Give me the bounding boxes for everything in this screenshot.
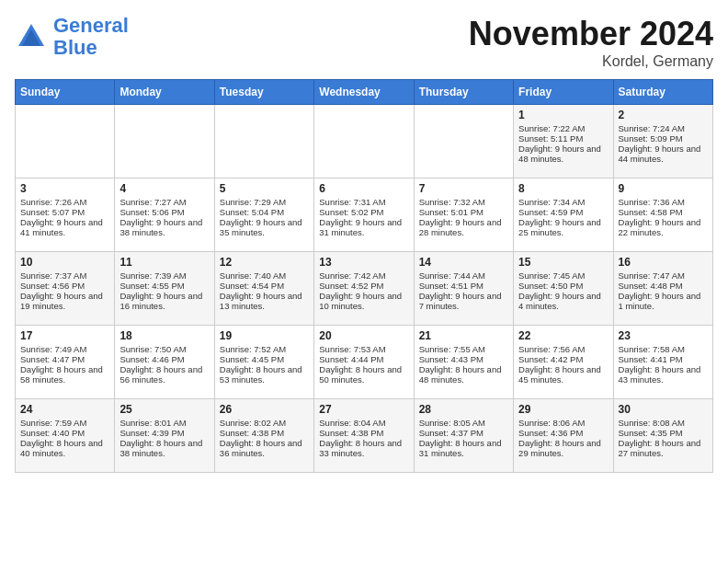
cell-text: Sunrise: 7:39 AM xyxy=(119,270,209,281)
cell-text: Sunrise: 7:47 AM xyxy=(619,270,708,281)
day-number: 28 xyxy=(419,403,508,416)
cell-text: Daylight: 8 hours and 33 minutes. xyxy=(319,438,408,458)
logo-text: General Blue xyxy=(53,15,129,59)
cell-text: Sunset: 5:11 PM xyxy=(518,133,608,144)
calendar-cell: 5Sunrise: 7:29 AMSunset: 5:04 PMDaylight… xyxy=(214,178,313,252)
calendar-cell: 22Sunrise: 7:56 AMSunset: 4:42 PMDayligh… xyxy=(514,326,613,399)
cell-text: Sunset: 4:44 PM xyxy=(319,354,408,364)
cell-text: Sunset: 4:58 PM xyxy=(619,207,708,217)
calendar-cell: 19Sunrise: 7:52 AMSunset: 4:45 PMDayligh… xyxy=(214,326,313,399)
cell-text: Sunset: 4:59 PM xyxy=(518,207,608,217)
day-number: 18 xyxy=(119,329,209,342)
calendar-cell: 27Sunrise: 8:04 AMSunset: 4:38 PMDayligh… xyxy=(314,399,414,473)
cell-text: Daylight: 9 hours and 4 minutes. xyxy=(518,291,608,311)
day-header-saturday: Saturday xyxy=(613,80,712,105)
cell-text: Sunset: 5:09 PM xyxy=(619,133,708,144)
cell-text: Sunrise: 7:50 AM xyxy=(119,344,209,354)
day-header-sunday: Sunday xyxy=(16,80,115,105)
day-number: 17 xyxy=(20,329,109,342)
logo-icon xyxy=(15,20,48,53)
calendar-week-2: 3Sunrise: 7:26 AMSunset: 5:07 PMDaylight… xyxy=(16,178,713,252)
calendar-cell: 21Sunrise: 7:55 AMSunset: 4:43 PMDayligh… xyxy=(414,326,513,399)
day-header-tuesday: Tuesday xyxy=(214,80,313,105)
cell-text: Sunset: 4:38 PM xyxy=(220,428,309,438)
day-number: 20 xyxy=(319,329,408,342)
calendar-cell: 20Sunrise: 7:53 AMSunset: 4:44 PMDayligh… xyxy=(314,326,414,399)
calendar-cell: 16Sunrise: 7:47 AMSunset: 4:48 PMDayligh… xyxy=(613,252,712,326)
cell-text: Sunset: 4:39 PM xyxy=(119,428,209,438)
cell-text: Daylight: 9 hours and 13 minutes. xyxy=(220,291,309,311)
calendar-cell: 15Sunrise: 7:45 AMSunset: 4:50 PMDayligh… xyxy=(514,252,613,326)
calendar-cell: 2Sunrise: 7:24 AMSunset: 5:09 PMDaylight… xyxy=(613,105,712,178)
day-number: 27 xyxy=(319,403,408,416)
cell-text: Sunrise: 8:06 AM xyxy=(518,418,608,428)
cell-text: Daylight: 8 hours and 29 minutes. xyxy=(518,438,608,458)
day-number: 15 xyxy=(518,256,608,269)
day-number: 5 xyxy=(220,182,309,195)
cell-text: Sunrise: 8:08 AM xyxy=(619,418,708,428)
calendar-cell: 28Sunrise: 8:05 AMSunset: 4:37 PMDayligh… xyxy=(414,399,513,473)
logo: General Blue xyxy=(15,15,129,59)
cell-text: Daylight: 8 hours and 31 minutes. xyxy=(419,438,508,458)
cell-text: Sunset: 4:46 PM xyxy=(119,354,209,364)
cell-text: Sunset: 4:50 PM xyxy=(518,281,608,291)
cell-text: Sunrise: 7:55 AM xyxy=(419,344,508,354)
cell-text: Sunrise: 7:58 AM xyxy=(619,344,708,354)
cell-text: Daylight: 9 hours and 28 minutes. xyxy=(419,217,508,237)
cell-text: Daylight: 9 hours and 16 minutes. xyxy=(119,291,209,311)
cell-text: Daylight: 9 hours and 1 minute. xyxy=(619,291,708,311)
calendar-week-4: 17Sunrise: 7:49 AMSunset: 4:47 PMDayligh… xyxy=(16,326,713,399)
cell-text: Sunrise: 7:59 AM xyxy=(20,418,109,428)
title-area: November 2024 Kordel, Germany xyxy=(469,15,713,70)
calendar-cell: 3Sunrise: 7:26 AMSunset: 5:07 PMDaylight… xyxy=(16,178,115,252)
cell-text: Sunset: 4:55 PM xyxy=(119,281,209,291)
cell-text: Sunrise: 7:45 AM xyxy=(518,270,608,281)
day-number: 25 xyxy=(119,403,209,416)
month-title: November 2024 xyxy=(469,15,713,53)
day-header-wednesday: Wednesday xyxy=(314,80,414,105)
cell-text: Daylight: 9 hours and 25 minutes. xyxy=(518,217,608,237)
cell-text: Sunrise: 7:29 AM xyxy=(220,197,309,207)
cell-text: Sunset: 4:35 PM xyxy=(619,428,708,438)
cell-text: Sunset: 4:56 PM xyxy=(20,281,109,291)
calendar-cell: 9Sunrise: 7:36 AMSunset: 4:58 PMDaylight… xyxy=(613,178,712,252)
logo-blue: Blue xyxy=(53,36,97,59)
cell-text: Sunrise: 7:36 AM xyxy=(619,197,708,207)
calendar-cell: 23Sunrise: 7:58 AMSunset: 4:41 PMDayligh… xyxy=(613,326,712,399)
calendar-cell: 7Sunrise: 7:32 AMSunset: 5:01 PMDaylight… xyxy=(414,178,513,252)
calendar-cell: 11Sunrise: 7:39 AMSunset: 4:55 PMDayligh… xyxy=(115,252,214,326)
day-number: 23 xyxy=(619,329,708,342)
calendar-week-5: 24Sunrise: 7:59 AMSunset: 4:40 PMDayligh… xyxy=(16,399,713,473)
cell-text: Daylight: 9 hours and 38 minutes. xyxy=(119,217,209,237)
day-number: 6 xyxy=(319,182,408,195)
day-number: 30 xyxy=(619,403,708,416)
day-number: 1 xyxy=(518,109,608,121)
cell-text: Daylight: 8 hours and 45 minutes. xyxy=(518,364,608,385)
calendar-cell: 18Sunrise: 7:50 AMSunset: 4:46 PMDayligh… xyxy=(115,326,214,399)
day-number: 29 xyxy=(518,403,608,416)
cell-text: Sunrise: 7:40 AM xyxy=(220,270,309,281)
calendar-cell: 29Sunrise: 8:06 AMSunset: 4:36 PMDayligh… xyxy=(514,399,613,473)
cell-text: Sunset: 4:52 PM xyxy=(319,281,408,291)
cell-text: Daylight: 9 hours and 19 minutes. xyxy=(20,291,109,311)
calendar-cell: 12Sunrise: 7:40 AMSunset: 4:54 PMDayligh… xyxy=(214,252,313,326)
cell-text: Sunset: 4:43 PM xyxy=(419,354,508,364)
cell-text: Daylight: 9 hours and 48 minutes. xyxy=(518,144,608,164)
cell-text: Daylight: 8 hours and 53 minutes. xyxy=(220,364,309,385)
cell-text: Sunset: 4:45 PM xyxy=(220,354,309,364)
calendar-cell: 8Sunrise: 7:34 AMSunset: 4:59 PMDaylight… xyxy=(514,178,613,252)
calendar-cell xyxy=(115,105,214,178)
cell-text: Daylight: 8 hours and 48 minutes. xyxy=(419,364,508,385)
calendar-cell xyxy=(214,105,313,178)
cell-text: Sunset: 5:01 PM xyxy=(419,207,508,217)
logo-general: General xyxy=(53,14,129,37)
day-number: 12 xyxy=(220,256,309,269)
location: Kordel, Germany xyxy=(469,53,713,70)
cell-text: Daylight: 8 hours and 58 minutes. xyxy=(20,364,109,385)
cell-text: Sunset: 4:40 PM xyxy=(20,428,109,438)
calendar-cell: 14Sunrise: 7:44 AMSunset: 4:51 PMDayligh… xyxy=(414,252,513,326)
day-number: 13 xyxy=(319,256,408,269)
calendar-week-3: 10Sunrise: 7:37 AMSunset: 4:56 PMDayligh… xyxy=(16,252,713,326)
day-number: 16 xyxy=(619,256,708,269)
calendar-cell: 26Sunrise: 8:02 AMSunset: 4:38 PMDayligh… xyxy=(214,399,313,473)
